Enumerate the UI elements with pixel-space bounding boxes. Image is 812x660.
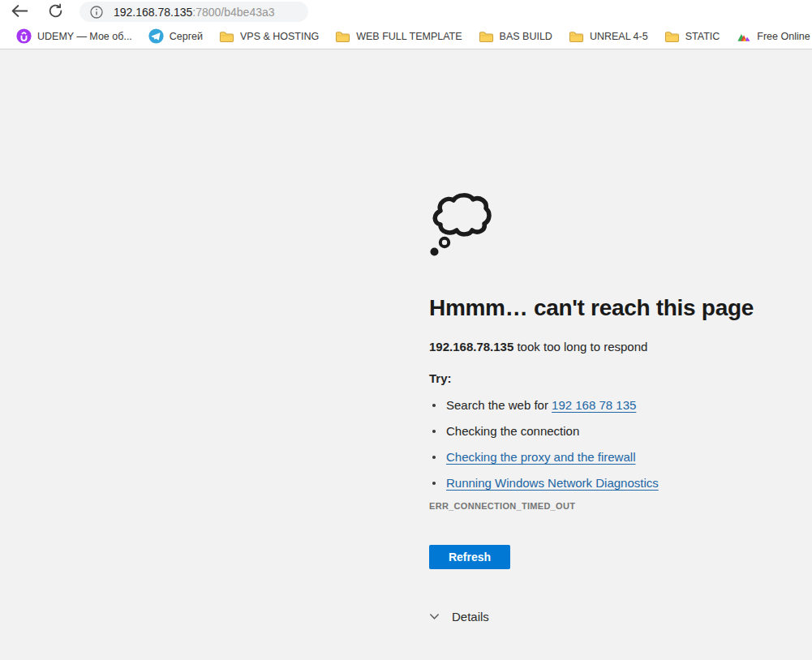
browser-toolbar: 192.168.78.135:7800/b4be43a3: [0, 0, 812, 24]
url-path-suffix: :7800/b4be43a3: [192, 6, 274, 19]
reload-icon: [48, 3, 63, 21]
back-button[interactable]: [7, 2, 32, 23]
refresh-page-button[interactable]: Refresh: [429, 545, 510, 569]
folder-icon: [335, 29, 350, 44]
bookmark-label: UNREAL 4-5: [590, 31, 648, 42]
bookmark-label: UDEMY — Мое об...: [37, 31, 132, 42]
bookmark-label: BAS BUILD: [500, 31, 552, 42]
suggestion-item-proxy-firewall: Checking the proxy and the firewall: [429, 449, 778, 465]
web-search-link[interactable]: 192 168 78 135: [552, 398, 636, 412]
bookmark-label: Сергей: [170, 31, 203, 42]
bookmark-label: Free Online Softwar...: [757, 31, 812, 42]
error-subtitle: 192.168.78.135 took too long to respond: [429, 340, 778, 354]
proxy-firewall-link[interactable]: Checking the proxy and the firewall: [446, 450, 635, 464]
suggestion-item-check-connection: Checking the connection: [429, 423, 778, 439]
details-label: Details: [452, 610, 489, 624]
error-page: Hmmm… can't reach this page 192.168.78.1…: [429, 193, 778, 624]
udemy-icon: [16, 29, 32, 44]
bookmark-label: VPS & HOSTING: [240, 31, 319, 42]
rainbow-mountain-icon: [736, 29, 751, 44]
cloud-doodle-icon: [428, 193, 492, 258]
bookmark-item-static[interactable]: STATIC: [658, 27, 727, 46]
bookmark-item-vps-hosting[interactable]: VPS & HOSTING: [213, 27, 325, 46]
address-bar[interactable]: 192.168.78.135:7800/b4be43a3: [79, 2, 308, 22]
folder-icon: [664, 29, 680, 44]
suggestion-text: Checking the connection: [446, 424, 579, 438]
folder-icon: [569, 29, 584, 44]
bookmark-label: WEB FULL TEMPLATE: [356, 31, 462, 42]
folder-icon: [219, 29, 234, 44]
browser-chrome: 192.168.78.135:7800/b4be43a3 UDEMY — Мое…: [0, 0, 812, 49]
bookmark-item-unreal-4-5[interactable]: UNREAL 4-5: [562, 27, 655, 46]
url-host: 192.168.78.135: [114, 6, 192, 19]
suggestion-item-search-web: Search the web for 192 168 78 135: [429, 397, 778, 413]
bookmark-label: STATIC: [685, 31, 720, 42]
bookmark-item-telegram[interactable]: Сергей: [142, 27, 209, 46]
suggestion-item-network-diagnostics: Running Windows Network Diagnostics: [429, 475, 778, 491]
reload-button[interactable]: [43, 2, 67, 23]
back-arrow-icon: [11, 4, 28, 20]
bookmark-item-web-full-template[interactable]: WEB FULL TEMPLATE: [329, 27, 468, 46]
try-label: Try:: [429, 371, 778, 385]
chevron-down-icon: [429, 613, 440, 620]
details-toggle[interactable]: Details: [429, 610, 518, 624]
suggestion-list: Search the web for 192 168 78 135 Checki…: [429, 397, 778, 491]
error-host: 192.168.78.135: [429, 340, 513, 354]
error-subtitle-rest: took too long to respond: [513, 340, 647, 354]
bookmarks-bar: UDEMY — Мое об... Сергей VPS & HOSTING: [0, 24, 812, 49]
site-info-icon[interactable]: [90, 6, 103, 19]
page-title: Hmmm… can't reach this page: [429, 294, 778, 321]
folder-icon: [479, 29, 494, 44]
bookmark-item-free-online-software[interactable]: Free Online Softwar...: [729, 27, 812, 46]
error-code: ERR_CONNECTION_TIMED_OUT: [429, 501, 778, 511]
suggestion-prefix: Search the web for: [446, 398, 552, 412]
telegram-icon: [148, 29, 164, 44]
network-diagnostics-link[interactable]: Running Windows Network Diagnostics: [446, 476, 659, 490]
url-text: 192.168.78.135:7800/b4be43a3: [114, 6, 275, 19]
bookmark-item-bas-build[interactable]: BAS BUILD: [472, 27, 559, 46]
bookmark-item-udemy[interactable]: UDEMY — Мое об...: [10, 27, 139, 46]
